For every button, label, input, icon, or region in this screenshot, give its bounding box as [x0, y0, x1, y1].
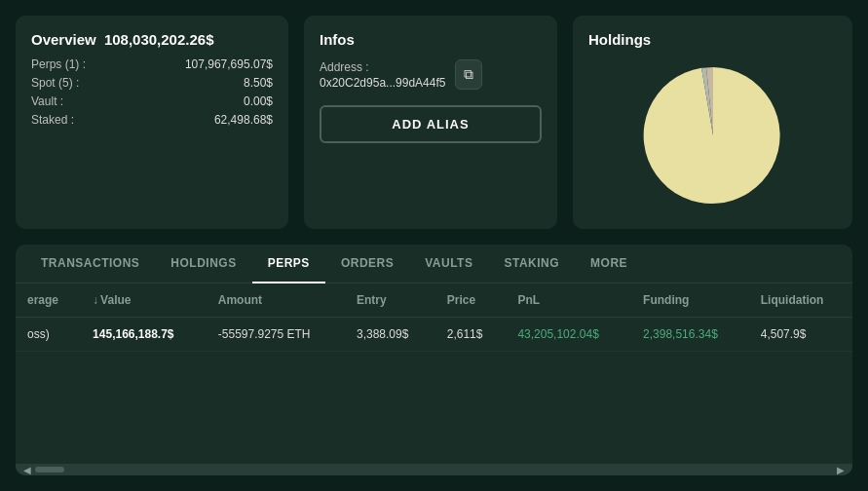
col-header-liquidation: Liquidation	[749, 283, 852, 318]
table-cell-col1: 145,166,188.7$	[81, 318, 207, 352]
col-header-amount: Amount	[207, 283, 345, 318]
table-cell-col7: 4,507.9$	[749, 318, 852, 352]
overview-row-label: Staked :	[31, 113, 74, 127]
overview-row-label: Vault :	[31, 94, 63, 108]
address-value: 0x20C2d95a...99dA44f5	[320, 76, 445, 90]
tab-holdings[interactable]: HOLDINGS	[155, 245, 251, 283]
col-header-value[interactable]: ↓Value	[81, 283, 207, 318]
tab-bar: TRANSACTIONSHOLDINGSPERPSORDERSVAULTSSTA…	[16, 245, 852, 283]
address-row: Address : 0x20C2d95a...99dA44f5 ⧉	[320, 59, 542, 90]
scrollbar-track[interactable]	[35, 467, 833, 472]
table-cell-col2: -55597.9275 ETH	[207, 318, 345, 352]
tab-perps[interactable]: PERPS	[252, 245, 325, 283]
overview-card: Overview 108,030,202.26$ Perps (1) :107,…	[16, 16, 288, 229]
sort-icon: ↓	[93, 293, 98, 307]
overview-row: Spot (5) :8.50$	[31, 76, 273, 90]
table-cell-col5: 43,205,102.04$	[506, 318, 631, 352]
scroll-right-arrow[interactable]: ▶	[833, 463, 849, 476]
overview-total: 108,030,202.26$	[104, 31, 214, 48]
address-label: Address :	[320, 60, 445, 74]
pie-chart-container	[588, 57, 837, 213]
bottom-section: TRANSACTIONSHOLDINGSPERPSORDERSVAULTSSTA…	[16, 245, 852, 475]
col-header-price: Price	[435, 283, 507, 318]
overview-row-value: 8.50$	[244, 76, 273, 90]
add-alias-button[interactable]: ADD ALIAS	[320, 105, 542, 143]
tab-vaults[interactable]: VAULTS	[409, 245, 488, 283]
holdings-card: Holdings	[573, 16, 852, 229]
overview-row-value: 0.00$	[244, 94, 273, 108]
scroll-left-arrow[interactable]: ◀	[19, 463, 35, 476]
perps-table: erage↓ValueAmountEntryPricePnLFundingLiq…	[16, 283, 852, 352]
copy-address-button[interactable]: ⧉	[455, 59, 482, 90]
tab-staking[interactable]: STAKING	[488, 245, 575, 283]
overview-title: Overview 108,030,202.26$	[31, 31, 273, 48]
table-cell-col3: 3,388.09$	[345, 318, 435, 352]
overview-row: Perps (1) :107,967,695.07$	[31, 57, 273, 71]
overview-row: Staked :62,498.68$	[31, 113, 273, 127]
holdings-title: Holdings	[588, 31, 837, 48]
table-cell-col0: oss)	[16, 318, 81, 352]
tab-orders[interactable]: ORDERS	[325, 245, 409, 283]
overview-row: Vault :0.00$	[31, 94, 273, 108]
infos-title: Infos	[320, 31, 542, 48]
overview-row-value: 107,967,695.07$	[185, 57, 273, 71]
holdings-pie-chart	[635, 57, 791, 213]
col-header-entry: Entry	[345, 283, 435, 318]
tab-more[interactable]: MORE	[575, 245, 643, 283]
overview-row-label: Spot (5) :	[31, 76, 79, 90]
data-table-container[interactable]: erage↓ValueAmountEntryPricePnLFundingLiq…	[16, 283, 852, 464]
scrollbar-thumb[interactable]	[35, 467, 64, 472]
table-cell-col6: 2,398,516.34$	[631, 318, 749, 352]
horizontal-scrollbar[interactable]: ◀ ▶	[16, 464, 852, 475]
col-header-funding: Funding	[631, 283, 749, 318]
overview-row-value: 62,498.68$	[214, 113, 273, 127]
table-cell-col4: 2,611$	[435, 318, 507, 352]
table-row: oss)145,166,188.7$-55597.9275 ETH3,388.0…	[16, 318, 852, 352]
tab-transactions[interactable]: TRANSACTIONS	[25, 245, 155, 283]
overview-title-text: Overview	[31, 31, 96, 48]
col-header-pnl: PnL	[506, 283, 631, 318]
infos-card: Infos Address : 0x20C2d95a...99dA44f5 ⧉ …	[304, 16, 557, 229]
overview-row-label: Perps (1) :	[31, 57, 86, 71]
col-header-erage: erage	[16, 283, 81, 318]
